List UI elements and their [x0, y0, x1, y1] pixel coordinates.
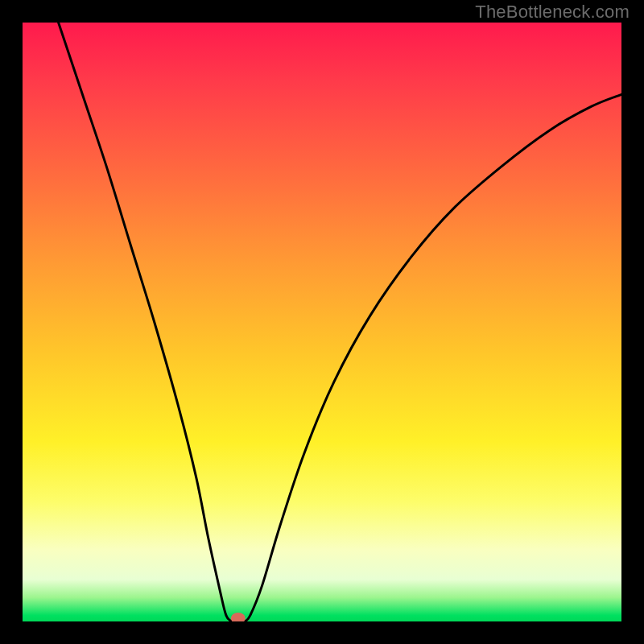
chart-frame: TheBottleneck.com [0, 0, 644, 644]
bottleneck-curve [59, 23, 621, 621]
watermark-text: TheBottleneck.com [475, 2, 630, 23]
curve-svg [23, 23, 621, 621]
sweet-spot-marker [231, 613, 246, 621]
plot-area [23, 23, 621, 621]
